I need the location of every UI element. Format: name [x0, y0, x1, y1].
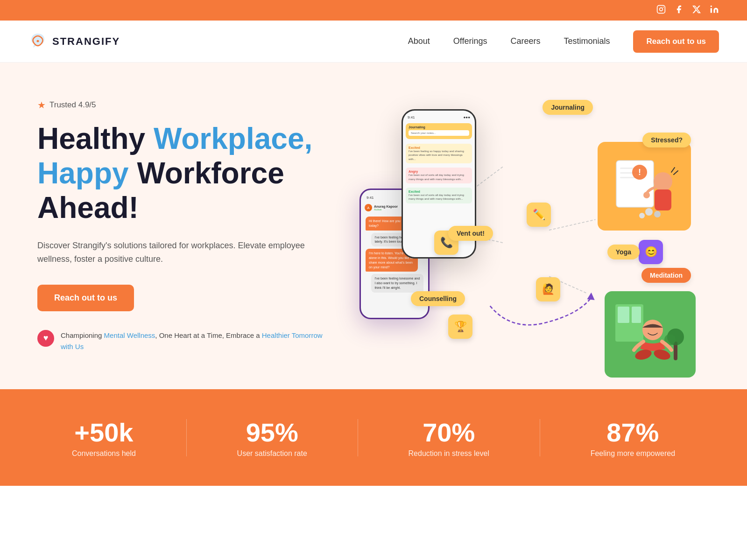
social-bar	[0, 0, 747, 21]
svg-point-31	[642, 320, 663, 340]
stat-divider-3	[540, 419, 540, 456]
support-icon-button: 🙋	[536, 277, 560, 301]
svg-point-17	[654, 172, 672, 191]
meditation-illustration-card	[605, 291, 696, 378]
nav-cta-button[interactable]: Reach out to us	[633, 30, 719, 53]
stat-stress-number: 70%	[409, 417, 489, 448]
title-part3: Happy	[37, 156, 129, 190]
stat-conversations: +50k Conversations held	[72, 417, 136, 458]
hero-description: Discover Strangify's solutions tailored …	[37, 239, 327, 266]
logo-text: STRANGIFY	[52, 35, 120, 48]
svg-point-23	[639, 213, 645, 218]
svg-point-2	[663, 7, 664, 7]
stat-satisfaction-number: 95%	[237, 417, 307, 448]
stat-divider-2	[358, 419, 358, 456]
svg-point-3	[711, 5, 712, 7]
svg-rect-18	[655, 189, 671, 210]
smiley-icon-button: 😊	[639, 240, 663, 264]
svg-point-24	[643, 192, 650, 198]
stat-satisfaction-label: User satisfaction rate	[237, 449, 307, 458]
logo-icon	[28, 32, 48, 51]
stat-stress-label: Reduction in stress level	[409, 449, 489, 458]
tag-yoga: Yoga	[607, 245, 640, 259]
edit-icon-button: ✏️	[527, 203, 551, 227]
svg-line-19	[671, 168, 675, 172]
svg-point-22	[654, 211, 661, 217]
svg-rect-26	[618, 307, 629, 323]
star-icon: ★	[37, 99, 46, 111]
title-part2: Workplace,	[154, 122, 312, 155]
navbar: STRANGIFY About Offerings Careers Testim…	[0, 21, 747, 63]
nav-links: About Offerings Careers Testimonials Rea…	[408, 30, 719, 53]
linkedin-icon[interactable]	[710, 5, 719, 16]
tag-ventout: Vent out!	[448, 226, 493, 241]
hero-left: ★ Trusted 4.9/5 Healthy Workplace, Happy…	[37, 99, 327, 352]
championing-area: ♥ Championing Mental Wellness, One Heart…	[37, 330, 327, 352]
nav-careers[interactable]: Careers	[510, 36, 540, 46]
tag-journaling: Journaling	[543, 100, 593, 115]
nav-about[interactable]: About	[408, 36, 430, 46]
svg-rect-27	[632, 307, 641, 323]
logo-area[interactable]: STRANGIFY	[28, 32, 120, 51]
svg-line-6	[549, 219, 595, 230]
hero-section: ★ Trusted 4.9/5 Healthy Workplace, Happy…	[0, 63, 747, 389]
stats-bar: +50k Conversations held 95% User satisfa…	[0, 389, 747, 486]
stat-divider-1	[186, 419, 187, 456]
stat-empowered: 87% Feeling more empowered	[591, 417, 675, 458]
hero-cta-button[interactable]: Reach out to us	[37, 285, 134, 311]
award-icon-button: 🏆	[448, 315, 472, 339]
stressed-illustration-card: !	[598, 142, 691, 231]
svg-rect-0	[657, 5, 665, 13]
nav-testimonials[interactable]: Testimonials	[564, 36, 610, 46]
hero-illustration: Journaling Stressed? Vent out! Yoga Coun…	[355, 95, 710, 357]
hero-title: Healthy Workplace, Happy Workforce Ahead…	[37, 122, 327, 225]
chat-msg4: I've been feeling lonesome and I also wa…	[371, 274, 423, 292]
svg-line-20	[674, 171, 678, 175]
nav-offerings[interactable]: Offerings	[453, 36, 487, 46]
tag-meditation: Meditation	[641, 268, 691, 283]
stat-conversations-label: Conversations held	[72, 449, 136, 458]
svg-text:!: !	[638, 168, 641, 177]
stat-empowered-number: 87%	[591, 417, 675, 448]
svg-point-21	[645, 208, 653, 216]
trusted-text: Trusted 4.9/5	[49, 100, 96, 110]
title-part1: Healthy	[37, 122, 154, 155]
heart-icon: ♥	[37, 330, 54, 347]
title-part4: Workforce	[129, 156, 284, 190]
stat-satisfaction: 95% User satisfaction rate	[237, 417, 307, 458]
championing-text: Championing Mental Wellness, One Heart a…	[61, 330, 327, 352]
stat-empowered-label: Feeling more empowered	[591, 449, 675, 458]
stat-conversations-number: +50k	[72, 417, 136, 448]
mental-wellness-link[interactable]: Mental Wellness	[104, 331, 155, 339]
svg-point-1	[660, 7, 663, 11]
stat-stress: 70% Reduction in stress level	[409, 417, 489, 458]
facebook-icon[interactable]	[674, 5, 684, 16]
tag-stressed: Stressed?	[642, 133, 691, 147]
svg-marker-8	[587, 293, 594, 300]
twitter-x-icon[interactable]	[692, 5, 701, 16]
title-part5: Ahead!	[37, 191, 139, 224]
instagram-icon[interactable]	[656, 5, 666, 16]
trusted-badge: ★ Trusted 4.9/5	[37, 99, 327, 111]
tag-counselling: Counselling	[411, 291, 465, 306]
